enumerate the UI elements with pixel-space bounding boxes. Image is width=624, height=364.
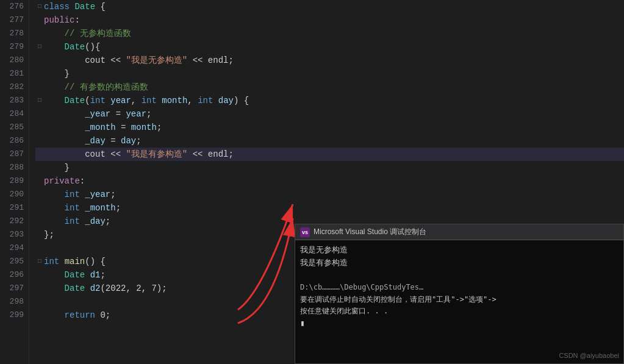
code-line-289: private: — [35, 174, 624, 188]
token — [80, 215, 85, 228]
token: _month — [85, 121, 115, 134]
token: int — [65, 201, 80, 215]
debug-console[interactable]: vs Microsoft Visual Studio 调试控制台 我是无参构造我… — [295, 224, 624, 364]
token: ; — [116, 201, 121, 215]
token: int — [198, 94, 213, 107]
token: Date — [65, 268, 85, 282]
token — [106, 94, 110, 107]
token: Date — [65, 40, 85, 54]
line-num-293: 293 — [2, 228, 24, 241]
token: } — [44, 67, 70, 80]
token: cout << — [85, 54, 126, 67]
token: (2022, 2, 7); — [100, 282, 167, 295]
line-num-294: 294 — [2, 241, 24, 255]
debug-output-line-3: D:\cb…………\Debug\CppStudyTes… — [300, 282, 619, 293]
token — [80, 201, 85, 215]
fold-icon-279[interactable]: □ — [35, 40, 44, 54]
token: (){ — [85, 40, 100, 54]
token: private — [44, 174, 80, 188]
token — [80, 188, 85, 201]
token: day — [218, 94, 234, 107]
token: , — [187, 94, 198, 107]
line-num-284: 284 — [2, 107, 24, 121]
fold-icon-276[interactable]: □ — [35, 0, 44, 13]
debug-title-bar: vs Microsoft Visual Studio 调试控制台 — [295, 224, 623, 240]
line-num-279: 279 — [2, 40, 24, 54]
code-line-286: _day = day; — [35, 134, 624, 148]
token — [44, 201, 65, 215]
token: cout << — [85, 148, 126, 161]
token: , — [131, 94, 142, 107]
token — [44, 94, 65, 107]
token: << endl; — [187, 54, 234, 67]
code-line-278: // 无参构造函数 — [35, 27, 624, 40]
token: = — [116, 121, 131, 134]
code-line-276: □class Date { — [35, 0, 624, 13]
line-num-299: 299 — [2, 309, 24, 322]
fold-icon-283[interactable]: □ — [35, 94, 44, 107]
line-num-283: 283 — [2, 94, 24, 107]
token: int — [65, 188, 80, 201]
token: ; — [136, 134, 141, 148]
line-num-276: 276 — [2, 0, 24, 13]
line-num-290: 290 — [2, 188, 24, 201]
token: ; — [146, 107, 151, 121]
line-num-278: 278 — [2, 27, 24, 40]
token — [44, 107, 85, 121]
token — [44, 215, 65, 228]
line-num-287: 287 — [2, 148, 24, 161]
token: "我是无参构造" — [126, 54, 187, 67]
token — [44, 121, 85, 134]
token: int — [90, 94, 106, 107]
line-num-295: 295 — [2, 255, 24, 268]
token: _day — [85, 215, 106, 228]
code-line-291: int _month; — [35, 201, 624, 215]
debug-output-line-1: 我是有参构造 — [300, 257, 619, 269]
line-num-297: 297 — [2, 282, 24, 295]
token: ( — [85, 94, 90, 107]
token — [44, 134, 85, 148]
token: month — [131, 121, 157, 134]
token: d1 — [90, 268, 101, 282]
token: Date — [65, 282, 85, 295]
code-line-288: } — [35, 161, 624, 174]
token: int — [142, 94, 157, 107]
token: month — [162, 94, 187, 107]
token — [44, 268, 65, 282]
code-line-279: □ Date(){ — [35, 40, 624, 54]
line-num-292: 292 — [2, 215, 24, 228]
code-line-284: _year = year; — [35, 107, 624, 121]
token: main — [65, 255, 85, 268]
fold-icon-295[interactable]: □ — [35, 255, 44, 268]
token: ; — [157, 121, 162, 134]
code-line-287: cout << "我是有参构造" << endl; — [35, 148, 624, 161]
debug-cursor: ▮ — [300, 317, 619, 330]
code-line-282: // 有参数的构造函数 — [35, 80, 624, 94]
debug-output-line-0: 我是无参构造 — [300, 244, 619, 257]
line-num-282: 282 — [2, 80, 24, 94]
token: _year — [85, 188, 110, 201]
token: ) { — [234, 94, 249, 107]
debug-output-line-2 — [300, 269, 619, 282]
token — [213, 94, 218, 107]
token — [44, 40, 65, 54]
watermark: CSDN @aiyubaobei — [559, 352, 619, 359]
token: : — [74, 13, 79, 27]
token: int — [65, 215, 80, 228]
line-num-291: 291 — [2, 201, 24, 215]
line-num-298: 298 — [2, 295, 24, 309]
token — [44, 54, 85, 67]
token — [70, 0, 74, 13]
token — [44, 188, 65, 201]
token: "我是有参构造" — [126, 148, 187, 161]
debug-output-line-4: 要在调试停止时自动关闭控制台，请启用"工具"->"选项"-> — [300, 294, 619, 305]
vs-icon: vs — [300, 227, 310, 237]
line-num-296: 296 — [2, 268, 24, 282]
code-line-277: public: — [35, 13, 624, 27]
code-line-283: □ Date(int year, int month, int day) { — [35, 94, 624, 107]
token: = — [106, 134, 121, 148]
token — [85, 268, 90, 282]
token: 0; — [95, 309, 110, 322]
token: Date — [65, 94, 85, 107]
code-line-281: } — [35, 67, 624, 80]
